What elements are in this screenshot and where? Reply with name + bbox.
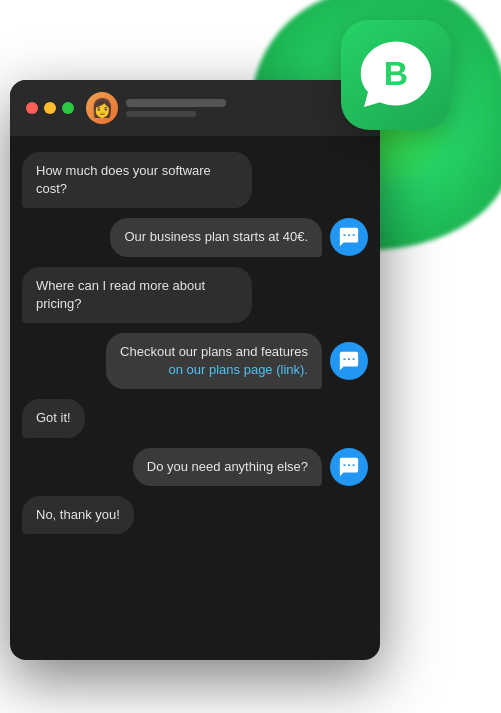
message-bubble-7: No, thank you! <box>22 496 134 534</box>
message-bubble-5: Got it! <box>22 399 85 437</box>
chat-body: How much does your software cost? Our bu… <box>10 136 380 550</box>
traffic-lights <box>26 102 74 114</box>
whatsapp-business-icon: B <box>341 20 451 130</box>
close-button[interactable] <box>26 102 38 114</box>
scene: B 👩 How much does your software cost? <box>0 0 501 713</box>
chat-window: 👩 How much does your software cost? Our … <box>10 80 380 660</box>
title-bar: 👩 <box>10 80 380 136</box>
svg-text:B: B <box>384 55 408 92</box>
message-row-4: Checkout our plans and features on our p… <box>22 333 368 389</box>
bot-avatar-2 <box>330 218 368 256</box>
minimize-button[interactable] <box>44 102 56 114</box>
contact-avatar: 👩 <box>86 92 118 124</box>
message-bubble-6: Do you need anything else? <box>133 448 322 486</box>
bot-avatar-6 <box>330 448 368 486</box>
message-row-7: No, thank you! <box>22 496 368 534</box>
message-row-5: Got it! <box>22 399 368 437</box>
message-bubble-1: How much does your software cost? <box>22 152 252 208</box>
contact-info <box>126 99 364 117</box>
maximize-button[interactable] <box>62 102 74 114</box>
message-row-1: How much does your software cost? <box>22 152 368 208</box>
contact-name-placeholder <box>126 99 226 107</box>
message-row-3: Where can I read more about pricing? <box>22 267 368 323</box>
message-bubble-2: Our business plan starts at 40€. <box>110 218 322 256</box>
message-row-2: Our business plan starts at 40€. <box>22 218 368 256</box>
bot-avatar-4 <box>330 342 368 380</box>
message-bubble-3: Where can I read more about pricing? <box>22 267 252 323</box>
message-row-6: Do you need anything else? <box>22 448 368 486</box>
message-bubble-4: Checkout our plans and features on our p… <box>106 333 322 389</box>
contact-status-placeholder <box>126 111 196 117</box>
